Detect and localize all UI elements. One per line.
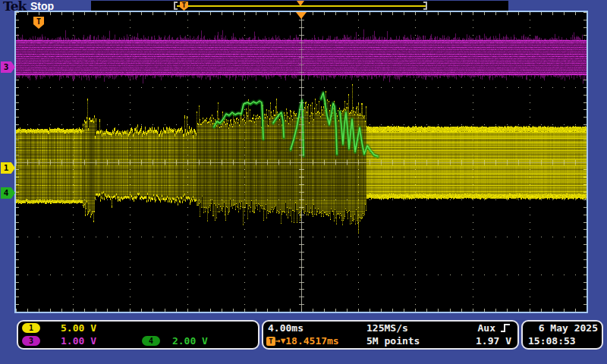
trigger-delay-readout-row: T → ▼ 18.4517ms 5M points 1.97 V	[263, 334, 517, 347]
ch3-scale: 1.00 V	[61, 335, 96, 347]
ch4-scale: 2.00 V	[172, 335, 208, 347]
channel-4-marker[interactable]: 4	[1, 187, 15, 199]
record-window-bracket-left-icon	[174, 2, 178, 10]
record-window-bracket-right-icon	[423, 2, 427, 10]
trigger-position-icon[interactable]	[296, 12, 307, 19]
trigger-delay-value: 18.4517ms	[285, 335, 338, 347]
waveform-display[interactable]	[16, 12, 587, 312]
sample-rate-value: 125MS/s	[366, 322, 408, 334]
trigger-source-label: Aux	[478, 322, 495, 334]
horizontal-trigger-readout-box[interactable]: 4.00ms 125MS/s Aux T → ▼ 18.4517ms 5M po…	[262, 320, 519, 350]
graticule-frame	[14, 11, 588, 313]
channel-readouts-box[interactable]: 1 5.00 V 3 1.00 V 4 2.00 V	[17, 320, 259, 350]
record-trigger-position-icon	[297, 1, 304, 6]
ch4-badge[interactable]: 4	[142, 336, 160, 346]
ch1-readout-row: 1 5.00 V	[18, 322, 258, 334]
time-value: 15:08:53	[528, 335, 576, 347]
timebase-value: 4.00ms	[268, 322, 304, 334]
ch3-ch4-readout-row: 3 1.00 V 4 2.00 V	[18, 334, 258, 347]
rising-edge-icon	[500, 323, 511, 333]
date-value: 6 May 2025	[539, 322, 598, 334]
horizontal-readout-row: 4.00ms 125MS/s Aux	[263, 322, 517, 334]
record-length-value: 5M points	[366, 335, 420, 347]
trigger-delay-badge: T	[266, 337, 275, 346]
channel-3-marker[interactable]: 3	[1, 61, 15, 73]
ch1-scale: 5.00 V	[61, 322, 96, 334]
channel-1-marker[interactable]: 1	[1, 162, 15, 174]
datetime-box: 6 May 2025 15:08:53	[521, 320, 603, 350]
arrow-right-icon: →	[275, 336, 281, 346]
record-trigger-badge: T	[180, 2, 188, 11]
trigger-level-value: 1.97 V	[476, 335, 511, 347]
ch3-badge[interactable]: 3	[22, 336, 40, 346]
record-view-bar[interactable]: T	[91, 1, 508, 11]
delay-marker-icon: ▼	[281, 336, 286, 346]
ch1-badge[interactable]: 1	[22, 323, 40, 333]
